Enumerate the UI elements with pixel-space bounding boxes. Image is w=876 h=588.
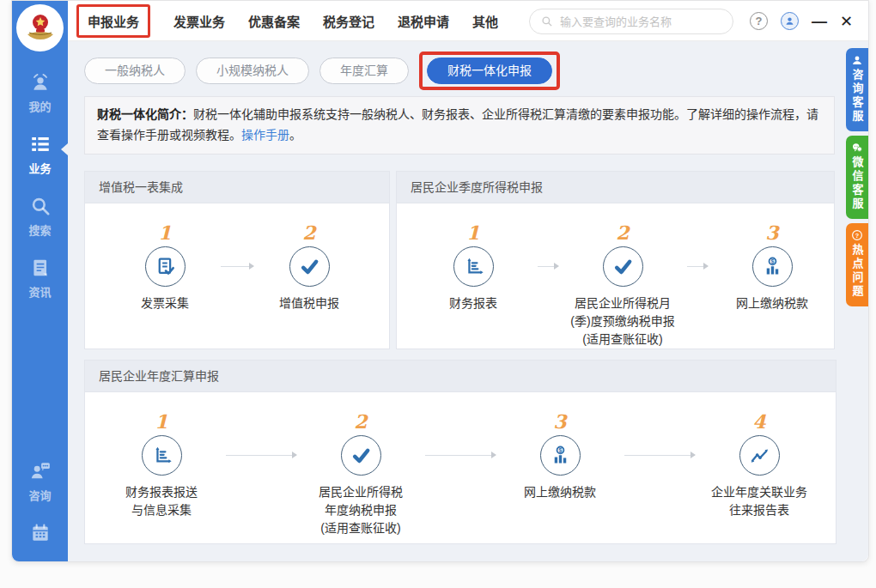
service-tab-label: 咨询客服: [849, 69, 866, 124]
minimize-button[interactable]: —: [812, 14, 827, 29]
step-arrow: [687, 266, 708, 267]
sidebar-item-label: 搜索: [28, 221, 51, 238]
workflow-step: 3$网上缴纳税款: [708, 221, 836, 312]
step-number: 2: [354, 410, 367, 435]
nav-item-退税申请[interactable]: 退税申请: [398, 12, 449, 30]
step-button-check-icon[interactable]: [603, 246, 643, 287]
sidebar: 我的业务搜索资讯 咨询: [12, 1, 68, 561]
subtab-bar: 一般纳税人小规模纳税人年度汇算财税一体化申报: [84, 52, 835, 89]
step-label: 网上缴纳税款: [524, 483, 596, 501]
pay-tax-icon: $: [761, 255, 784, 278]
sidebar-item-label: 我的: [28, 98, 51, 114]
sidebar-bottom-menu: 咨询: [12, 457, 68, 548]
step-button-invoice-collect-icon[interactable]: [145, 246, 186, 287]
subtab-小规模纳税人[interactable]: 小规模纳税人: [196, 58, 309, 84]
calendar-icon: [29, 522, 52, 544]
close-button[interactable]: ✕: [840, 14, 853, 29]
wechat-icon: [851, 142, 863, 154]
step-arrow: [226, 455, 296, 456]
finance-report-icon: [462, 255, 485, 278]
panel-title: 增值税一表集成: [85, 172, 389, 203]
sidebar-item-咨询[interactable]: 咨询: [12, 457, 68, 506]
step-label: 居民企业所得税月 (季)度预缴纳税申报 (适用查账征收): [570, 294, 674, 349]
step-label: 居民企业所得税 年度纳税申报 (适用查账征收): [319, 483, 403, 537]
workflow-step: 2居民企业所得税月 (季)度预缴纳税申报 (适用查账征收): [558, 221, 687, 349]
step-arrow: [624, 455, 695, 456]
step-number: 3: [765, 221, 778, 246]
manual-link[interactable]: 操作手册: [241, 128, 289, 142]
sidebar-item-我的[interactable]: 我的: [12, 68, 68, 118]
workflow-step: 1财务报表: [409, 221, 538, 312]
step-button-related-business-icon[interactable]: [739, 435, 780, 476]
step-number: 4: [752, 410, 765, 435]
step-number: 2: [616, 221, 629, 246]
sidebar-item-calendar[interactable]: [12, 518, 68, 548]
nav-item-其他[interactable]: 其他: [472, 12, 498, 30]
related-business-icon: [748, 444, 771, 467]
workflow-step: 2居民企业所得税 年度纳税申报 (适用查账征收): [296, 410, 425, 537]
pay-tax-icon: $: [549, 444, 572, 467]
step-arrow: [538, 266, 558, 267]
workflow-step: 1财务报表报送 与信息采集: [97, 410, 226, 519]
workflow-step: 1发票采集: [109, 221, 221, 312]
step-number: 1: [158, 221, 171, 246]
top-header: 申报业务发票业务优惠备案税务登记退税申请其他 输入要查询的业务名称 ? — ✕: [68, 1, 868, 41]
check-icon: [298, 255, 321, 278]
active-notch: [61, 143, 68, 155]
step-button-finance-report-icon[interactable]: [142, 435, 182, 476]
workflow-step: 3$网上缴纳税款: [496, 410, 624, 501]
subtab-财税一体化申报[interactable]: 财税一体化申报: [427, 58, 552, 84]
nav-item-发票业务[interactable]: 发票业务: [173, 12, 225, 30]
help-icon[interactable]: ?: [750, 12, 768, 30]
tax-bureau-logo: [16, 4, 64, 52]
check-icon: [350, 444, 373, 467]
user-account-icon[interactable]: [781, 12, 799, 30]
news-icon: [29, 257, 52, 279]
panel-quarterly-income-tax: 居民企业季度所得税申报 1财务报表2居民企业所得税月 (季)度预缴纳税申报 (适…: [396, 171, 835, 349]
service-tab-热点问题[interactable]: ?热点问题: [846, 223, 868, 306]
service-person-icon: [851, 54, 863, 66]
step-button-pay-tax-icon[interactable]: $: [752, 246, 793, 287]
step-number: 1: [466, 221, 479, 246]
service-tab-微信客服[interactable]: 微信客服: [846, 136, 868, 219]
panel-steps: 1发票采集2增值税申报: [85, 203, 389, 312]
step-button-check-icon[interactable]: [289, 246, 330, 287]
step-label: 增值税申报: [279, 294, 339, 312]
step-button-finance-report-icon[interactable]: [453, 246, 494, 287]
service-tab-label: 微信客服: [849, 156, 866, 211]
check-icon: [611, 255, 635, 278]
step-arrow: [425, 455, 496, 456]
subtab-一般纳税人[interactable]: 一般纳税人: [84, 58, 186, 84]
step-button-pay-tax-icon[interactable]: $: [540, 435, 581, 476]
service-tab-咨询客服[interactable]: 咨询客服: [846, 48, 868, 131]
panel-row-top: 增值税一表集成 1发票采集2增值税申报 居民企业季度所得税申报 1财务报表2居民…: [84, 171, 835, 349]
invoice-collect-icon: [154, 255, 177, 278]
nav-item-申报业务[interactable]: 申报业务: [76, 4, 150, 38]
panel-title: 居民企业季度所得税申报: [397, 172, 834, 203]
main-content: 一般纳税人小规模纳税人年度汇算财税一体化申报 财税一体化简介：财税一体化辅助申报…: [68, 41, 868, 561]
step-label: 财务报表报送 与信息采集: [125, 483, 198, 519]
step-button-check-icon[interactable]: [341, 435, 381, 476]
sidebar-item-搜索[interactable]: 搜索: [12, 191, 68, 241]
panel-steps: 1财务报表报送 与信息采集2居民企业所得税 年度纳税申报 (适用查账征收)3$网…: [85, 392, 836, 537]
finance-report-icon: [150, 444, 173, 467]
search-input[interactable]: 输入要查询的业务名称: [529, 9, 733, 34]
sidebar-item-资讯[interactable]: 资讯: [12, 253, 68, 303]
intro-suffix: 。: [289, 128, 301, 142]
nav-item-优惠备案[interactable]: 优惠备案: [248, 12, 300, 30]
service-tab-label: 热点问题: [849, 244, 866, 299]
subtab-年度汇算[interactable]: 年度汇算: [319, 58, 409, 84]
search-icon: [540, 15, 553, 27]
sidebar-item-label: 业务: [28, 160, 51, 176]
question-icon: ?: [851, 229, 863, 241]
main-nav: 申报业务发票业务优惠备案税务登记退税申请其他: [68, 4, 498, 38]
nav-item-税务登记[interactable]: 税务登记: [323, 12, 374, 30]
workflow-step: 4企业年度关联业务 往来报告表: [695, 410, 824, 519]
search-icon: [29, 195, 52, 217]
intro-box: 财税一体化简介：财税一体化辅助申报系统支持一般纳税人、财务报表、企业所得税汇算清…: [84, 96, 835, 155]
panel-steps: 1财务报表2居民企业所得税月 (季)度预缴纳税申报 (适用查账征收)3$网上缴纳…: [397, 203, 834, 349]
sidebar-item-业务[interactable]: 业务: [12, 130, 68, 179]
panel-annual-settlement: 居民企业年度汇算申报 1财务报表报送 与信息采集2居民企业所得税 年度纳税申报 …: [84, 360, 836, 544]
step-arrow: [221, 266, 253, 267]
step-number: 3: [553, 410, 566, 435]
